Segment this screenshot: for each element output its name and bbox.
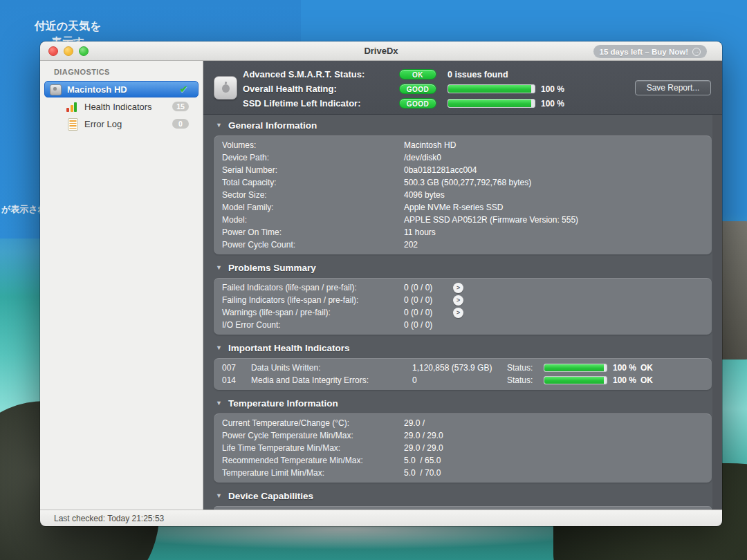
row-label: Recommended Temperature Min/Max: <box>222 456 404 465</box>
sidebar-item-macintosh-hd[interactable]: Macintosh HD✔ <box>44 81 199 97</box>
row-label: Power Cycle Temperature Min/Max: <box>222 431 404 440</box>
row-value: 29.0 / 29.0 <box>404 443 443 453</box>
status-row-advanced-s-m-a-r-t-status: Advanced S.M.A.R.T. Status:OK0 issues fo… <box>203 67 722 82</box>
section-header[interactable]: ▼Temperature Information <box>216 397 722 409</box>
section-device-capabilities: ▼Device Capabilities <box>203 489 722 510</box>
row-value: 0 (0 / 0) <box>404 308 448 317</box>
info-row: Temperature Limit Min/Max:5.0 / 70.0 <box>214 467 712 479</box>
content-scrollbar[interactable] <box>712 115 722 510</box>
info-row: Total Capacity:500.3 GB (500,277,792,768… <box>214 176 712 189</box>
row-value: 29.0 / <box>404 418 425 428</box>
row-value: 202 <box>404 240 418 250</box>
info-row: I/O Error Count:0 (0 / 0) <box>214 319 712 331</box>
row-label: Volumes: <box>222 140 404 150</box>
progress-bar <box>544 364 607 372</box>
disclosure-triangle-icon: ▼ <box>216 122 222 129</box>
drive-icon-large <box>214 76 237 100</box>
info-row: Failing Indicators (life-span / pre-fail… <box>214 294 712 306</box>
info-panel: Current Temperature/Change (°C):29.0 /Po… <box>214 413 712 483</box>
section-header[interactable]: ▼Problems Summary <box>216 261 722 274</box>
detail-arrow-button[interactable]: > <box>453 295 463 306</box>
row-value: 0 <box>412 375 507 385</box>
info-row: Sector Size:4096 bytes <box>214 189 712 201</box>
close-button[interactable] <box>48 46 58 56</box>
apple-logo-icon <box>222 84 230 93</box>
progress-fill <box>448 85 531 93</box>
disclosure-triangle-icon: ▼ <box>216 264 222 271</box>
percent-text: 100 % <box>613 363 640 373</box>
minimize-button[interactable] <box>64 46 73 56</box>
disclosure-triangle-icon: ▼ <box>216 400 222 407</box>
chevron-right-icon: > <box>456 310 460 316</box>
row-value: 0 (0 / 0) <box>404 320 448 330</box>
disclosure-triangle-icon: ▼ <box>216 492 222 499</box>
trial-button-label: 15 days left – Buy Now! <box>600 48 688 56</box>
row-label: Power Cycle Count: <box>222 240 404 250</box>
sidebar-item-health-indicators[interactable]: Health Indicators15 <box>44 98 199 115</box>
info-row: Failed Indicators (life-span / pre-fail)… <box>214 281 712 294</box>
section-header[interactable]: ▼General Information <box>216 119 722 131</box>
status-result: OK <box>640 363 653 373</box>
sections: ▼General InformationVolumes:Macintosh HD… <box>203 115 722 510</box>
check-icon: ✔ <box>179 83 188 95</box>
row-label: Temperature Limit Min/Max: <box>222 468 404 478</box>
row-value: APPLE SSD AP0512R (Firmware Version: 555… <box>404 215 578 225</box>
row-label: Power On Time: <box>222 227 404 237</box>
row-label: Failed Indicators (life-span / pre-fail)… <box>222 283 404 292</box>
info-row: 014Media and Data Integrity Errors:0Stat… <box>214 374 712 386</box>
status-result: OK <box>640 375 653 385</box>
detail-arrow-button[interactable]: > <box>453 283 463 293</box>
progress-fill <box>544 377 604 384</box>
info-row: Device Path:/dev/disk0 <box>214 151 712 164</box>
info-row: Model:APPLE SSD AP0512R (Firmware Versio… <box>214 214 712 226</box>
info-row: Power On Time:11 hours <box>214 226 712 239</box>
row-label: Device Path: <box>222 153 404 162</box>
section-title: Important Health Indicators <box>228 343 350 353</box>
progress-bar <box>448 84 535 93</box>
row-label: Model: <box>222 215 404 225</box>
row-label: Warnings (life-span / pre-fail): <box>222 308 404 317</box>
app-window: DriveDx 15 days left – Buy Now! → DIAGNO… <box>40 41 722 526</box>
row-value: 29.0 / 29.0 <box>404 431 443 440</box>
row-label: Model Family: <box>222 203 404 212</box>
percent-text: 100 % <box>541 99 564 109</box>
info-row: Volumes:Macintosh HD <box>214 139 712 151</box>
progress-bar <box>544 376 607 384</box>
status-row-label: Overall Health Rating: <box>243 84 399 94</box>
bar-chart-icon <box>66 101 79 112</box>
trial-button[interactable]: 15 days left – Buy Now! → <box>593 45 707 58</box>
section-header[interactable]: ▼Device Capabilities <box>216 489 722 502</box>
row-label: Serial Number: <box>222 165 404 175</box>
save-report-button[interactable]: Save Report... <box>635 80 711 95</box>
row-label: Current Temperature/Change (°C): <box>222 418 404 428</box>
dialog-line: 付近の天気を <box>6 18 130 34</box>
info-row: Current Temperature/Change (°C):29.0 / <box>214 417 712 429</box>
info-row: Warnings (life-span / pre-fail):0 (0 / 0… <box>214 306 712 319</box>
detail-arrow-button[interactable]: > <box>453 308 463 318</box>
sidebar-item-label: Error Log <box>84 119 172 129</box>
section-title: Problems Summary <box>228 263 316 273</box>
sidebar-item-error-log[interactable]: Error Log0 <box>44 115 199 132</box>
main-content: Advanced S.M.A.R.T. Status:OK0 issues fo… <box>203 61 722 510</box>
zoom-button[interactable] <box>79 46 89 56</box>
count-badge: 15 <box>172 102 189 111</box>
status-badge: GOOD <box>399 84 436 94</box>
status-badge: OK <box>399 69 436 80</box>
section-header[interactable]: ▼Important Health Indicators <box>216 342 722 354</box>
section-important-health-indicators: ▼Important Health Indicators007Data Unit… <box>203 342 722 390</box>
info-panel: Volumes:Macintosh HDDevice Path:/dev/dis… <box>214 136 712 254</box>
info-panel: Failed Indicators (life-span / pre-fail)… <box>214 278 712 335</box>
indicator-id: 007 <box>222 363 243 373</box>
sidebar-items: Macintosh HD✔Health Indicators15Error Lo… <box>40 81 203 132</box>
status-badge: GOOD <box>399 98 436 109</box>
progress-fill <box>544 364 604 371</box>
percent-text: 100 % <box>613 375 640 385</box>
row-value: 500.3 GB (500,277,792,768 bytes) <box>404 178 531 187</box>
row-label: Life Time Temperature Min/Max: <box>222 443 404 453</box>
section-title: General Information <box>228 120 317 131</box>
row-label: I/O Error Count: <box>222 320 404 330</box>
row-value: 0 (0 / 0) <box>404 283 448 292</box>
info-row: Power Cycle Temperature Min/Max:29.0 / 2… <box>214 429 712 442</box>
info-row: Life Time Temperature Min/Max:29.0 / 29.… <box>214 442 712 454</box>
progress-bar <box>448 99 535 108</box>
